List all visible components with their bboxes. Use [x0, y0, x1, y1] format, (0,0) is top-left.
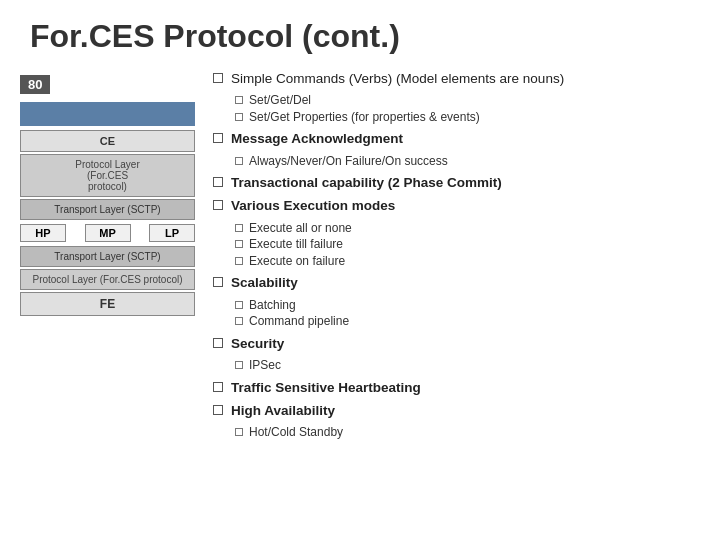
bullet-text-6: Traffic Sensitive Heartbeating	[231, 379, 421, 397]
left-diagram: 80 CE Protocol Layer (For.CES protocol) …	[20, 75, 195, 443]
transport-layer-top: Transport Layer (SCTP)	[20, 199, 195, 220]
bullet-text-4: Scalability	[231, 274, 298, 292]
sub-bullets-4: BatchingCommand pipeline	[235, 298, 700, 330]
bullet-item-7: High Availability	[213, 402, 700, 420]
bullet-square-3	[213, 200, 223, 210]
bullet-text-3: Various Execution modes	[231, 197, 395, 215]
sub-text-3-0: Execute all or none	[249, 221, 352, 237]
sub-bullet-4-0: Batching	[235, 298, 700, 314]
ce-box: CE	[20, 130, 195, 152]
hp-item: HP	[20, 224, 66, 242]
fe-box: FE	[20, 292, 195, 316]
bullet-item-3: Various Execution modes	[213, 197, 700, 215]
hp-mp-lp-row: HP MP LP	[20, 224, 195, 242]
sub-text-5-0: IPSec	[249, 358, 281, 374]
sub-text-7-0: Hot/Cold Standby	[249, 425, 343, 441]
sub-square-3-2	[235, 257, 243, 265]
sub-square-7-0	[235, 428, 243, 436]
sub-bullets-1: Always/Never/On Failure/On success	[235, 154, 700, 170]
bullet-text-1: Message Acknowledgment	[231, 130, 403, 148]
content-row: 80 CE Protocol Layer (For.CES protocol) …	[0, 65, 720, 443]
sub-square-1-0	[235, 157, 243, 165]
bullet-square-5	[213, 338, 223, 348]
bullet-item-4: Scalability	[213, 274, 700, 292]
bullet-text-0: Simple Commands (Verbs) (Model elements …	[231, 70, 564, 88]
sub-square-3-1	[235, 240, 243, 248]
highlight-bar	[20, 102, 195, 126]
sub-square-4-1	[235, 317, 243, 325]
sub-text-3-2: Execute on failure	[249, 254, 345, 270]
bullet-item-6: Traffic Sensitive Heartbeating	[213, 379, 700, 397]
page-title: For.CES Protocol (cont.)	[0, 0, 720, 63]
transport-layer-bottom: Transport Layer (SCTP)	[20, 246, 195, 267]
sub-bullets-0: Set/Get/DelSet/Get Properties (for prope…	[235, 93, 700, 125]
sub-text-0-1: Set/Get Properties (for properties & eve…	[249, 110, 480, 126]
sub-text-4-1: Command pipeline	[249, 314, 349, 330]
bullet-square-1	[213, 133, 223, 143]
bullet-text-7: High Availability	[231, 402, 335, 420]
sub-square-5-0	[235, 361, 243, 369]
sub-bullet-5-0: IPSec	[235, 358, 700, 374]
bullet-text-5: Security	[231, 335, 284, 353]
protocol-layer-top: Protocol Layer (For.CES protocol)	[20, 154, 195, 197]
sub-bullets-3: Execute all or noneExecute till failureE…	[235, 221, 700, 270]
bullet-item-5: Security	[213, 335, 700, 353]
sub-bullet-3-0: Execute all or none	[235, 221, 700, 237]
sub-square-0-1	[235, 113, 243, 121]
right-content: Simple Commands (Verbs) (Model elements …	[195, 65, 700, 443]
bullet-square-7	[213, 405, 223, 415]
mp-item: MP	[85, 224, 131, 242]
sub-bullets-5: IPSec	[235, 358, 700, 374]
lp-item: LP	[149, 224, 195, 242]
slide-number: 80	[20, 75, 50, 94]
bullet-item-2: Transactional capability (2 Phase Commit…	[213, 174, 700, 192]
sub-bullet-0-1: Set/Get Properties (for properties & eve…	[235, 110, 700, 126]
sub-bullet-0-0: Set/Get/Del	[235, 93, 700, 109]
bullet-square-6	[213, 382, 223, 392]
sub-text-0-0: Set/Get/Del	[249, 93, 311, 109]
bullet-square-0	[213, 73, 223, 83]
sub-bullets-7: Hot/Cold Standby	[235, 425, 700, 441]
bullet-text-2: Transactional capability (2 Phase Commit…	[231, 174, 502, 192]
sub-bullet-7-0: Hot/Cold Standby	[235, 425, 700, 441]
bullet-square-4	[213, 277, 223, 287]
page: For.CES Protocol (cont.) 80 CE Protocol …	[0, 0, 720, 540]
sub-text-3-1: Execute till failure	[249, 237, 343, 253]
sub-bullet-3-2: Execute on failure	[235, 254, 700, 270]
bullet-item-1: Message Acknowledgment	[213, 130, 700, 148]
sub-square-4-0	[235, 301, 243, 309]
sub-bullet-1-0: Always/Never/On Failure/On success	[235, 154, 700, 170]
sub-text-4-0: Batching	[249, 298, 296, 314]
sub-bullet-3-1: Execute till failure	[235, 237, 700, 253]
sub-square-3-0	[235, 224, 243, 232]
sub-square-0-0	[235, 96, 243, 104]
sub-text-1-0: Always/Never/On Failure/On success	[249, 154, 448, 170]
bullet-square-2	[213, 177, 223, 187]
sub-bullet-4-1: Command pipeline	[235, 314, 700, 330]
protocol-layer-bottom: Protocol Layer (For.CES protocol)	[20, 269, 195, 290]
bullet-item-0: Simple Commands (Verbs) (Model elements …	[213, 70, 700, 88]
